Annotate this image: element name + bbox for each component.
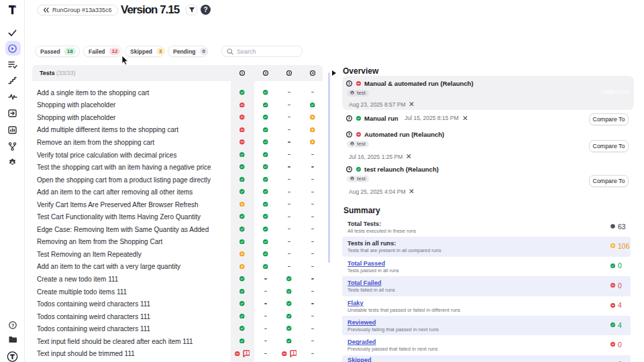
svg-text:2: 2 — [348, 116, 350, 120]
svg-text:4: 4 — [348, 167, 350, 171]
svg-text:2: 2 — [265, 72, 267, 75]
svg-text:?: ? — [11, 322, 14, 328]
svg-text:3: 3 — [288, 72, 290, 75]
svg-text:3: 3 — [348, 132, 350, 136]
svg-text:1: 1 — [348, 81, 350, 85]
svg-text:4: 4 — [312, 72, 314, 75]
svg-text:1: 1 — [241, 72, 244, 75]
